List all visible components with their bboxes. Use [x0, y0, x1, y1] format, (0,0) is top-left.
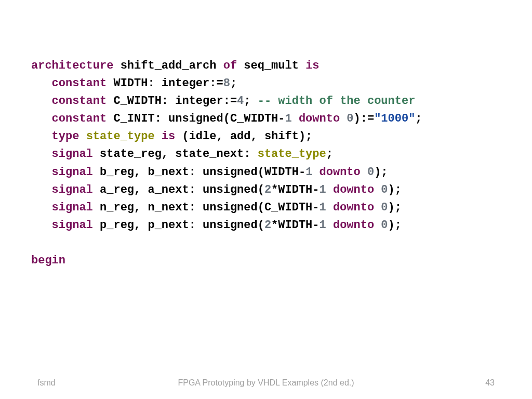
semi: ;: [326, 148, 333, 161]
kw-begin: begin: [31, 254, 65, 267]
kw-type: type: [52, 130, 79, 143]
sig-n: n_reg, n_next:: [100, 201, 196, 214]
semi: ;: [244, 95, 250, 108]
const-width: WIDTH:: [113, 77, 154, 90]
close-paren: ):=: [354, 112, 375, 125]
num-2: 2: [264, 183, 271, 196]
kw-downto: downto: [299, 112, 340, 125]
kw-downto: downto: [320, 166, 361, 179]
arch-name: shift_add_arch: [121, 59, 217, 72]
num-1: 1: [320, 183, 326, 196]
num-0: 0: [381, 183, 388, 196]
entity-name: seq_mult: [244, 59, 299, 72]
kw-signal: signal: [52, 148, 93, 161]
semi: ;: [230, 77, 237, 90]
kw-constant: constant: [52, 112, 107, 125]
kw-constant: constant: [52, 95, 107, 108]
typ-integer: integer:=: [175, 95, 237, 108]
sig-a: a_reg, a_next:: [100, 183, 196, 196]
comment-counter: -- width of the counter: [258, 95, 416, 108]
close-paren: );: [388, 183, 402, 196]
num-0: 0: [347, 112, 353, 125]
mid-width: *WIDTH-: [271, 183, 319, 196]
num-2: 2: [264, 219, 271, 232]
kw-signal: signal: [52, 201, 93, 214]
const-cinit: C_INIT:: [113, 112, 161, 125]
close-paren: );: [388, 201, 402, 214]
typ-integer: integer:=: [162, 77, 223, 90]
typ-unsigned: unsigned(: [203, 219, 264, 232]
type-state: state_type: [86, 130, 155, 143]
code-block: architecture shift_add_arch of seq_mult …: [31, 57, 501, 270]
close-paren: );: [388, 219, 402, 232]
footer-left: fsmd: [37, 378, 56, 388]
enum-values: (idle, add, shift);: [182, 130, 312, 143]
num-1: 1: [320, 201, 326, 214]
close-paren: );: [374, 166, 388, 179]
num-0: 0: [381, 219, 388, 232]
kw-downto: downto: [333, 183, 374, 196]
sig-b: b_reg, b_next:: [100, 166, 196, 179]
mid-width: *WIDTH-: [271, 219, 319, 232]
kw-architecture: architecture: [31, 59, 113, 72]
num-1: 1: [285, 112, 292, 125]
kw-of: of: [223, 59, 237, 72]
sig-p: p_reg, p_next:: [100, 219, 196, 232]
num-0: 0: [367, 166, 374, 179]
num-4: 4: [237, 95, 244, 108]
typ-unsigned: unsigned(: [203, 183, 264, 196]
typ-unsigned: unsigned(C_WIDTH-: [203, 201, 319, 214]
typ-unsigned: unsigned(C_WIDTH-: [168, 112, 285, 125]
num-0: 0: [381, 201, 388, 214]
kw-signal: signal: [52, 166, 93, 179]
kw-signal: signal: [52, 219, 93, 232]
slide-body: architecture shift_add_arch of seq_mult …: [0, 0, 532, 270]
num-1: 1: [305, 166, 312, 179]
typ-unsigned: unsigned(WIDTH-: [203, 166, 305, 179]
num-8: 8: [223, 77, 230, 90]
kw-downto: downto: [333, 219, 374, 232]
semi: ;: [415, 112, 422, 125]
num-1: 1: [320, 219, 326, 232]
footer-center: FPGA Prototyping by VHDL Examples (2nd e…: [0, 378, 532, 388]
kw-downto: downto: [333, 201, 374, 214]
sig-state: state_reg, state_next:: [100, 148, 250, 161]
str-1000: "1000": [374, 112, 415, 125]
type-state: state_type: [258, 148, 326, 161]
footer-page-number: 43: [485, 378, 495, 388]
kw-signal: signal: [52, 183, 93, 196]
kw-is: is: [305, 59, 319, 72]
kw-is: is: [162, 130, 175, 143]
kw-constant: constant: [52, 77, 107, 90]
const-cwidth: C_WIDTH:: [113, 95, 168, 108]
